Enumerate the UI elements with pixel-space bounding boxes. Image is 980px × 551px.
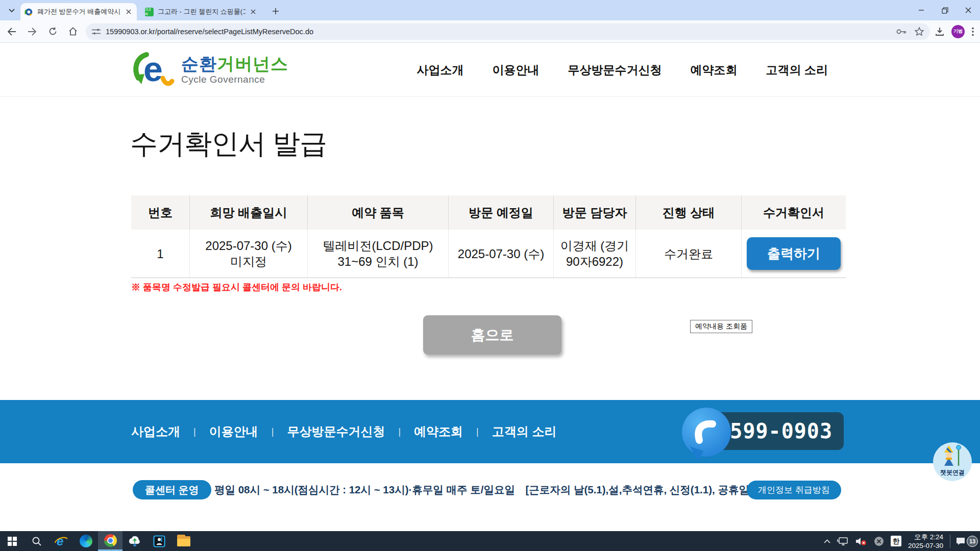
nav-item-business[interactable]: 사업소개: [417, 62, 464, 78]
chatbot-label: 챗봇연결: [940, 468, 965, 477]
logo-title-green: 거버넌스: [217, 54, 288, 73]
notification-badge: 13: [967, 536, 978, 547]
window-restore-button[interactable]: [933, 0, 957, 20]
tab-active[interactable]: 폐가전 방문수거 배출예약시스: [20, 3, 137, 20]
cell-print: 출력하기: [741, 230, 846, 278]
bookmark-star-icon[interactable]: [915, 27, 924, 36]
cursor-tooltip: 예약내용 조회품: [690, 320, 752, 333]
logo-title-blue: 순환: [181, 54, 217, 73]
privacy-policy-button[interactable]: 개인정보 취급방침: [747, 481, 841, 499]
reload-button[interactable]: [44, 23, 61, 40]
tab-title: 그고라 - 그린 챌린지 쇼핑몰(그: [158, 7, 246, 16]
cell-visit-date: 2025-07-30 (수): [448, 230, 553, 278]
taskbar-clock[interactable]: 오후 2:24 2025-07-30: [908, 533, 943, 550]
callcenter-badge: 콜센터 운영: [133, 480, 211, 499]
tray-expand-chevron-icon[interactable]: [824, 539, 830, 543]
footer-info-bar: 콜센터 운영 평일 08시 ~ 18시(점심시간 : 12시 ~ 13시)·휴무…: [0, 463, 980, 531]
item-spec: 31~69 인치 (1): [337, 254, 418, 269]
action-center[interactable]: 13: [950, 535, 978, 548]
col-header-agent: 방문 담당자: [553, 195, 635, 230]
window-controls: [910, 0, 980, 20]
col-header-status: 진행 상태: [635, 195, 741, 230]
discharge-date: 2025-07-30 (수): [205, 238, 291, 254]
main-content: 수거확인서 발급 번호 희망 배출일시 예약 품목 방문 예정일 방문 담당자 …: [0, 97, 980, 400]
profile-avatar[interactable]: 기범: [951, 25, 965, 38]
tray-app-x-icon[interactable]: [874, 536, 884, 546]
menu-dots-icon[interactable]: [972, 27, 974, 36]
agent-name: 이경재 (경기: [560, 238, 629, 254]
wizard-mascot-icon: [941, 444, 964, 468]
url-text[interactable]: 15990903.or.kr/portal/reserve/selectPage…: [106, 28, 892, 36]
site-settings-icon[interactable]: [92, 28, 101, 35]
footer-nav-pickup-request[interactable]: 무상방문수거신청: [287, 423, 385, 440]
footer-nav-business[interactable]: 사업소개: [131, 423, 180, 440]
page-title: 수거확인서 발급: [130, 126, 327, 163]
tab-inactive[interactable]: 그고라 그고라 - 그린 챌린지 쇼핑몰(그: [141, 3, 261, 20]
nav-item-voice[interactable]: 고객의 소리: [766, 62, 828, 78]
window-close-button[interactable]: [957, 0, 980, 20]
browser-tab-bar: 폐가전 방문수거 배출예약시스 그고라 그고라 - 그린 챌린지 쇼핑몰(그: [0, 0, 980, 20]
new-tab-button[interactable]: [270, 5, 282, 17]
callcenter-phone-banner: 1599-0903: [714, 412, 844, 450]
footer-nav-guide[interactable]: 이용안내: [209, 423, 258, 440]
agent-vehicle: 90자6922): [566, 254, 623, 269]
browser-toolbar: 15990903.or.kr/portal/reserve/selectPage…: [0, 20, 980, 43]
taskbar-file-explorer-icon[interactable]: [172, 531, 196, 551]
window-minimize-button[interactable]: [910, 0, 933, 20]
print-button[interactable]: 출력하기: [747, 237, 841, 270]
footer-nav-reservation[interactable]: 예약조회: [414, 423, 463, 440]
table-header-row: 번호 희망 배출일시 예약 품목 방문 예정일 방문 담당자 진행 상태 수거확…: [131, 195, 846, 230]
col-header-no: 번호: [131, 195, 189, 230]
cell-no: 1: [131, 230, 189, 278]
taskbar-chrome-icon-active[interactable]: [98, 531, 122, 551]
go-home-button[interactable]: 홈으로: [423, 315, 561, 355]
footer-nav-voice[interactable]: 고객의 소리: [492, 423, 557, 440]
svg-text:e: e: [57, 535, 63, 548]
divider: |: [193, 427, 196, 437]
url-bar[interactable]: 15990903.or.kr/portal/reserve/selectPage…: [86, 23, 930, 40]
taskbar-kiosk-app-icon[interactable]: [147, 531, 172, 551]
nav-item-pickup-request[interactable]: 무상방문수거신청: [568, 62, 662, 78]
item-name: 텔레비전(LCD/PDP): [323, 238, 433, 254]
footer-navigation: 사업소개| 이용안내| 무상방문수거신청| 예약조회| 고객의 소리: [131, 400, 556, 463]
tab-search-chevron-icon[interactable]: [5, 4, 18, 17]
taskbar-internet-explorer-icon[interactable]: e: [49, 531, 74, 551]
back-button[interactable]: [3, 23, 20, 40]
forward-button[interactable]: [23, 23, 41, 40]
taskbar-search-icon[interactable]: [24, 531, 49, 551]
network-icon[interactable]: [837, 537, 848, 546]
logo-title: 순환거버넌스: [181, 55, 288, 73]
tab-title: 폐가전 방문수거 배출예약시스: [37, 7, 121, 16]
tab-close-icon[interactable]: [124, 8, 133, 16]
col-header-item: 예약 품목: [307, 195, 448, 230]
cycle-governance-favicon-icon: [24, 8, 33, 16]
volume-muted-icon[interactable]: [855, 537, 867, 546]
taskbar-cloud-app-icon[interactable]: [122, 531, 147, 551]
callcenter-hours: 평일 08시 ~ 18시(점심시간 : 12시 ~ 13시)·휴무일 매주 토/…: [214, 483, 753, 497]
tab-close-icon[interactable]: [249, 8, 257, 16]
downloads-icon[interactable]: [935, 27, 944, 36]
password-key-icon[interactable]: [896, 29, 906, 35]
system-tray: 한 오후 2:24 2025-07-30 13: [824, 531, 980, 551]
home-button[interactable]: [64, 23, 82, 40]
reservation-table: 번호 희망 배출일시 예약 품목 방문 예정일 방문 담당자 진행 상태 수거확…: [131, 195, 846, 278]
chatbot-button[interactable]: 챗봇연결: [933, 442, 972, 481]
clock-time: 오후 2:24: [908, 533, 943, 541]
site-logo[interactable]: e 순환거버넌스 Cycle Governance: [129, 49, 288, 90]
nav-item-reservation[interactable]: 예약조회: [691, 62, 738, 78]
clock-date: 2025-07-30: [908, 541, 943, 550]
svg-text:e: e: [143, 49, 163, 88]
start-button[interactable]: [0, 531, 24, 551]
col-header-discharge-date: 희망 배출일시: [189, 195, 307, 230]
discharge-time: 미지정: [230, 254, 267, 269]
site-header: e 순환거버넌스 Cycle Governance 사업소개 이용안내 무상방문…: [0, 43, 980, 97]
divider: |: [476, 427, 479, 437]
status-text: 수거완료: [635, 230, 741, 278]
ime-indicator[interactable]: 한: [891, 536, 901, 546]
windows-taskbar: e 한 오후 2:24: [0, 531, 980, 551]
taskbar-edge-icon[interactable]: [74, 531, 98, 551]
main-navigation: 사업소개 이용안내 무상방문수거신청 예약조회 고객의 소리: [417, 43, 828, 97]
phone-number: 1599-0903: [717, 419, 832, 443]
nav-item-guide[interactable]: 이용안내: [493, 62, 540, 78]
notification-icon: [955, 537, 966, 546]
